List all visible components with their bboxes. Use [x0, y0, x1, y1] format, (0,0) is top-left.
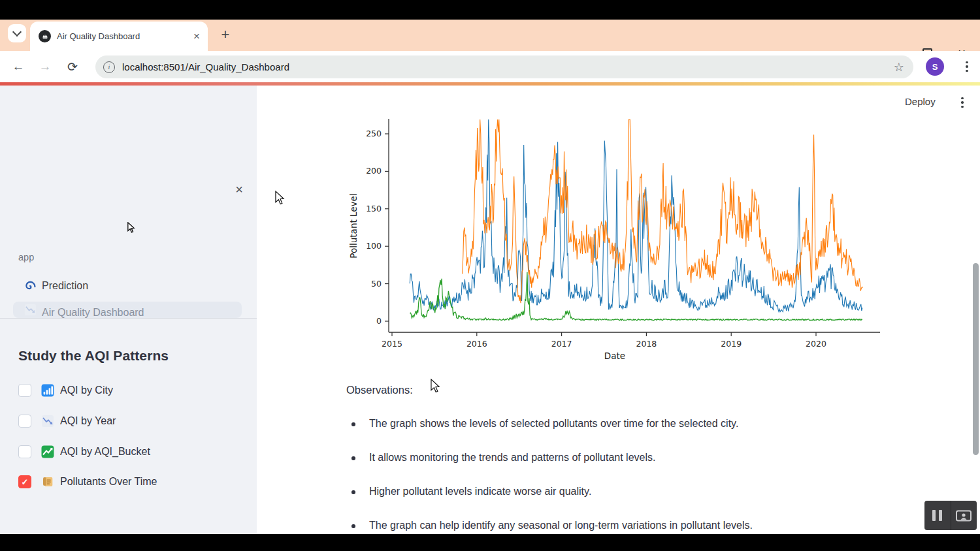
svg-text:2015: 2015: [382, 339, 402, 349]
mouse-cursor-icon: [126, 222, 136, 233]
svg-text:250: 250: [366, 129, 382, 138]
bullet-dot: [351, 422, 355, 426]
scroll-icon: [41, 475, 54, 488]
app-menu-icon[interactable]: [955, 95, 970, 110]
sidebar-item-prediction[interactable]: Prediction: [13, 276, 242, 296]
sidebar-item-air-quality-dashboard[interactable]: Air Quality Dashboard: [13, 302, 242, 318]
svg-text:150: 150: [366, 204, 382, 213]
pause-icon: [932, 510, 942, 521]
series-green: [410, 272, 862, 321]
nav-section-caption: app: [18, 252, 34, 262]
bullet-dot: [351, 490, 355, 494]
svg-text:50: 50: [371, 279, 382, 289]
bookmark-star-icon[interactable]: ☆: [894, 60, 904, 74]
svg-text:100: 100: [366, 241, 382, 251]
person-in-frame-icon: [955, 509, 972, 522]
checkbox-row-aqi-by-year: ✓ AQI by Year: [18, 413, 240, 429]
sidebar-divider: [0, 318, 257, 319]
deploy-button[interactable]: Deploy: [905, 96, 936, 107]
svg-text:200: 200: [366, 166, 382, 176]
bullet-dot: [351, 524, 355, 528]
browser-toolbar: ← → ⟳ i localhost:8501/Air_Quality_Dashb…: [0, 51, 980, 82]
letterbox-bottom: [0, 534, 980, 551]
checkbox-aqi-by-city[interactable]: ✓: [18, 384, 31, 397]
letterbox-top: [0, 0, 980, 20]
checkbox-label: AQI by AQI_Bucket: [60, 446, 150, 458]
observation-item: The graph can help identify any seasonal…: [369, 520, 753, 531]
screen: Air Quality Dashboard × + × ← → ⟳ i loca…: [0, 0, 980, 551]
reload-icon[interactable]: ⟳: [63, 57, 82, 76]
new-tab-button[interactable]: +: [216, 25, 235, 44]
url-text[interactable]: localhost:8501/Air_Quality_Dashboard: [122, 61, 894, 72]
svg-text:2017: 2017: [551, 339, 572, 349]
tab-close-icon[interactable]: ×: [193, 31, 200, 42]
checkbox-label: AQI by City: [60, 385, 113, 396]
checkbox-label: AQI by Year: [60, 415, 116, 427]
bullet-dot: [351, 456, 355, 460]
checkbox-aqi-by-year[interactable]: ✓: [18, 415, 31, 428]
recorder-control-bar: [924, 501, 977, 530]
crown-icon: [41, 33, 49, 40]
cyclone-spiral-icon: [24, 280, 37, 292]
pollutants-over-time-chart: 050100150200250201520162017201820192020D…: [343, 112, 885, 367]
tab-title: Air Quality Dashboard: [57, 31, 193, 41]
sidebar: × app Prediction Air Quality Dashboard S…: [0, 86, 257, 534]
browser-tab[interactable]: Air Quality Dashboard ×: [30, 22, 208, 51]
address-bar[interactable]: i localhost:8501/Air_Quality_Dashboard ☆: [95, 55, 913, 78]
browser-menu-icon[interactable]: [958, 57, 976, 76]
info-icon[interactable]: i: [103, 61, 115, 73]
svg-text:2016: 2016: [466, 339, 487, 349]
mouse-cursor-icon: [273, 191, 286, 205]
checkbox-aqi-by-aqi-bucket[interactable]: ✓: [18, 445, 31, 458]
checkbox-pollutants-over-time[interactable]: ✓: [18, 475, 31, 488]
svg-text:0: 0: [376, 316, 382, 326]
observation-item: Higher pollutant levels indicate worse a…: [369, 486, 591, 497]
y-axis-label: Pollutant Level: [348, 193, 359, 258]
checkbox-row-aqi-by-aqi-bucket: ✓ AQI by AQI_Bucket: [18, 444, 240, 460]
observation-item: It allows monitoring the trends and patt…: [369, 452, 655, 464]
sidebar-item-label: Air Quality Dashboard: [42, 307, 144, 319]
camera-pip-button[interactable]: [951, 501, 977, 530]
site-favicon: [39, 30, 51, 42]
pause-button[interactable]: [924, 501, 951, 530]
forward-icon[interactable]: →: [36, 57, 54, 76]
x-axis-label: Date: [604, 351, 625, 361]
svg-text:2019: 2019: [721, 339, 742, 349]
tab-search-button[interactable]: [8, 24, 26, 42]
mouse-cursor-icon: [429, 379, 442, 393]
chart-decreasing-icon: [24, 304, 37, 316]
observations-heading: Observations:: [346, 384, 413, 396]
svg-text:2020: 2020: [806, 339, 826, 349]
sidebar-close-icon[interactable]: ×: [232, 182, 246, 197]
checkbox-row-aqi-by-city: ✓ AQI by City: [18, 383, 240, 398]
sidebar-section-title: Study the AQI Patterns: [18, 348, 169, 364]
profile-avatar[interactable]: S: [926, 57, 944, 76]
scrollbar-thumb[interactable]: [973, 263, 979, 455]
svg-text:2018: 2018: [636, 339, 657, 349]
browser-tab-strip: Air Quality Dashboard × + ×: [0, 20, 980, 51]
chevron-down-icon: [12, 27, 22, 37]
sidebar-item-label: Prediction: [42, 280, 88, 292]
chart-increasing-icon: [41, 445, 54, 458]
observation-item: The graph shows the levels of selected p…: [369, 418, 738, 430]
bar-chart-icon: [41, 384, 54, 397]
checkbox-row-pollutants-over-time: ✓ Pollutants Over Time: [18, 474, 240, 490]
checkbox-label: Pollutants Over Time: [60, 476, 157, 488]
chart-decreasing-icon: [41, 415, 54, 428]
back-icon[interactable]: ←: [9, 57, 27, 76]
